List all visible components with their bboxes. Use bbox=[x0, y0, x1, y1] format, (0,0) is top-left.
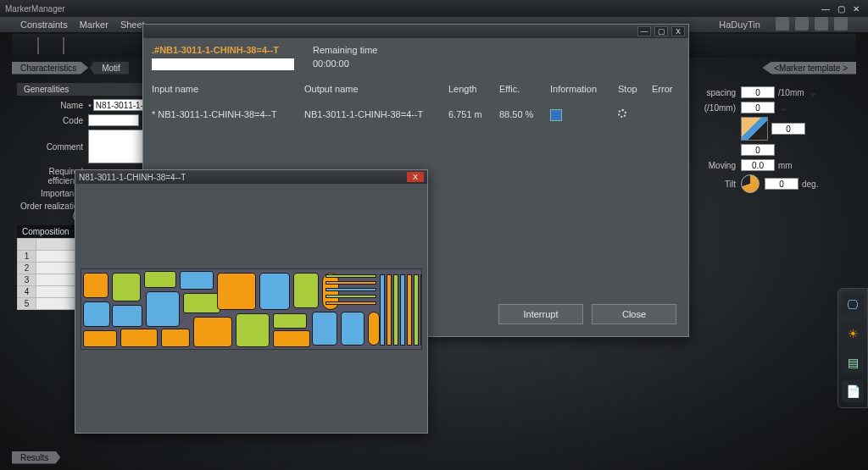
dialog-close-button[interactable]: X bbox=[671, 26, 685, 36]
app-title: MarkerManager bbox=[5, 4, 65, 14]
code-input[interactable] bbox=[88, 114, 139, 126]
menu-constraints[interactable]: Constraints bbox=[20, 19, 68, 30]
dialog-path: .#NB1-3011-1-CHINH-38=4--T bbox=[152, 45, 294, 55]
footer-results[interactable]: Results bbox=[12, 451, 60, 464]
progress-bar bbox=[152, 58, 294, 70]
label-per10: (/10mm) bbox=[690, 103, 741, 113]
col-input-name: Input name bbox=[152, 84, 304, 94]
right-panel: spacing/10mm⌄ (/10mm)⌄ Movingmm Tiltdeg. bbox=[690, 83, 851, 196]
tilt-input[interactable] bbox=[765, 178, 798, 190]
col-efficiency: Effic. bbox=[499, 84, 550, 94]
remaining-time-label: Remaining time bbox=[313, 45, 377, 55]
col-error: Error bbox=[652, 84, 686, 94]
sidebar-screen-icon[interactable]: 🖵 bbox=[842, 294, 864, 316]
tilt-icon[interactable] bbox=[741, 174, 760, 193]
preview-window: N81-3011-1-CHINH-38=4--T X bbox=[75, 169, 428, 434]
info-icon[interactable] bbox=[550, 109, 562, 121]
preview-title: N81-3011-1-CHINH-38=4--T bbox=[79, 173, 186, 182]
spacing-input[interactable] bbox=[741, 86, 775, 98]
crumb-characteristics[interactable]: Characteristics bbox=[12, 62, 88, 75]
toolbar-icons bbox=[772, 17, 848, 32]
app-minimize-button[interactable]: — bbox=[819, 3, 832, 14]
cell-input: NB1-3011-1-CHINH-38=4--T bbox=[158, 109, 276, 119]
crumb-motif[interactable]: Motif bbox=[90, 62, 129, 75]
col-length: Length bbox=[448, 84, 499, 94]
sidebar-doc-icon[interactable]: ▤ bbox=[842, 351, 864, 373]
label-name: Name bbox=[17, 101, 88, 110]
stop-icon[interactable] bbox=[618, 109, 626, 118]
chevron-down-icon[interactable]: ⌄ bbox=[810, 87, 817, 98]
toolbar-icon-1[interactable] bbox=[776, 17, 789, 30]
label-spacing: spacing bbox=[690, 88, 741, 97]
swatch-input[interactable] bbox=[771, 123, 805, 135]
app-titlebar: MarkerManager — ▢ ✕ bbox=[0, 0, 868, 17]
interrupt-button[interactable]: Interrupt bbox=[498, 304, 583, 324]
menu-marker[interactable]: Marker bbox=[80, 19, 108, 30]
sidebar-sun-icon[interactable]: ☀ bbox=[842, 323, 864, 345]
label-tilt: Tilt bbox=[690, 180, 741, 189]
floating-sidebar: 🖵 ☀ ▤ 📄 bbox=[837, 288, 868, 408]
cell-length: 6.751 m bbox=[448, 109, 499, 123]
moving-input[interactable] bbox=[741, 159, 775, 171]
footer: Results bbox=[12, 450, 856, 465]
dialog-minimize-button[interactable]: — bbox=[637, 26, 651, 36]
sidebar-page-icon[interactable]: 📄 bbox=[842, 380, 864, 402]
job-table: Input name Output name Length Effic. Inf… bbox=[152, 84, 680, 123]
label-comment: Comment bbox=[17, 142, 88, 152]
remaining-time-value: 00:00:00 bbox=[313, 58, 377, 69]
toolbar-icon-3[interactable] bbox=[815, 17, 828, 30]
toolbar-icon-4[interactable] bbox=[834, 17, 848, 30]
per10-input[interactable] bbox=[741, 102, 775, 113]
crumb-marker-template[interactable]: <Marker template > bbox=[762, 62, 856, 75]
menu-sheet[interactable]: Sheet bbox=[120, 19, 145, 30]
col-output-name: Output name bbox=[304, 84, 448, 94]
chevron-down-icon[interactable]: ⌄ bbox=[780, 102, 787, 113]
cell-efficiency: 88.50 % bbox=[499, 109, 550, 123]
marker-layout-canvas[interactable] bbox=[81, 268, 422, 350]
pattern-swatch[interactable] bbox=[741, 117, 768, 141]
app-close-button[interactable]: ✕ bbox=[849, 3, 863, 14]
cell-output: NB1-3011-1-CHINH-38=4--T bbox=[304, 109, 448, 123]
close-button[interactable]: Close bbox=[592, 304, 676, 324]
zero-input[interactable] bbox=[741, 144, 775, 156]
app-maximize-button[interactable]: ▢ bbox=[834, 3, 848, 14]
col-information: Information bbox=[550, 84, 618, 94]
col-stop: Stop bbox=[618, 84, 652, 94]
preview-close-button[interactable]: X bbox=[407, 172, 424, 182]
dialog-maximize-button[interactable]: ▢ bbox=[654, 26, 668, 36]
user-label[interactable]: HaDuyTin bbox=[719, 19, 760, 30]
label-moving: Moving bbox=[690, 161, 741, 170]
label-code: Code bbox=[17, 116, 88, 125]
job-row[interactable]: * NB1-3011-1-CHINH-38=4--T NB1-3011-1-CH… bbox=[152, 109, 680, 123]
toolbar-icon-2[interactable] bbox=[795, 17, 809, 30]
